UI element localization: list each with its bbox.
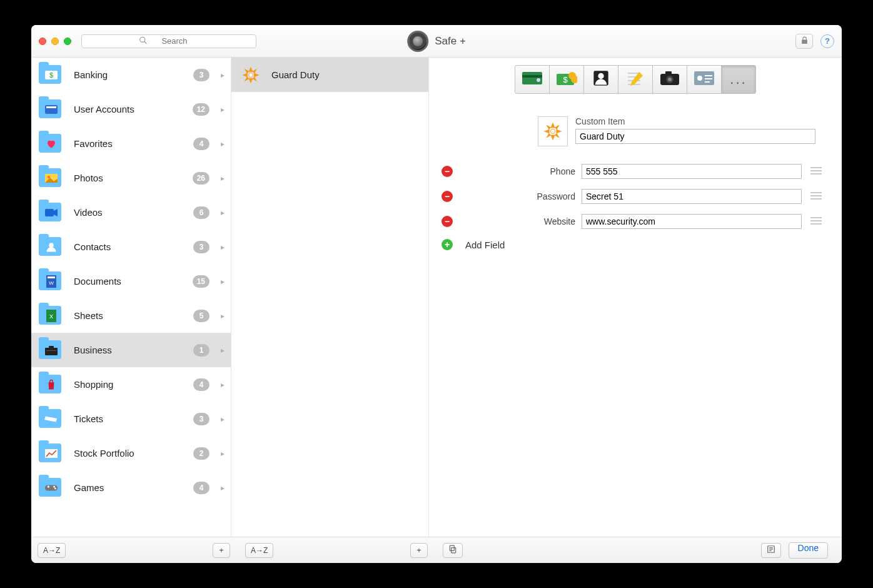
- sidebar-item-user-accounts[interactable]: User Accounts12▸: [31, 92, 231, 126]
- sidebar-item-videos[interactable]: Videos6▸: [31, 195, 231, 230]
- form-button[interactable]: [761, 543, 781, 558]
- folder-icon: X: [38, 305, 65, 327]
- type-contact-button[interactable]: [583, 65, 618, 94]
- type-photo-button[interactable]: [652, 65, 687, 94]
- field-label[interactable]: Password: [459, 191, 575, 201]
- item-header: Custom Item: [538, 116, 830, 146]
- sidebar-item-tickets[interactable]: Tickets3▸: [31, 402, 231, 436]
- sidebar-item-shopping[interactable]: Shopping4▸: [31, 367, 231, 402]
- sidebar-item-sheets[interactable]: XSheets5▸: [31, 298, 231, 333]
- add-field-row[interactable]: + Add Field: [440, 239, 830, 250]
- svg-point-7: [48, 176, 50, 178]
- chevron-right-icon: ▸: [221, 380, 225, 389]
- type-id-card-button[interactable]: [687, 65, 722, 94]
- sidebar-item-banking[interactable]: $Banking3▸: [31, 58, 231, 92]
- svg-rect-8: [45, 209, 54, 216]
- drag-handle-icon[interactable]: [810, 192, 822, 201]
- item-icon[interactable]: [538, 116, 568, 146]
- sidebar-item-documents[interactable]: WDocuments15▸: [31, 264, 231, 298]
- field-value-input[interactable]: [582, 189, 802, 204]
- sidebar-item-contacts[interactable]: Contacts3▸: [31, 230, 231, 264]
- search-input[interactable]: [81, 34, 256, 48]
- main-body: $Banking3▸User Accounts12▸Favorites4▸Pho…: [31, 58, 842, 537]
- itemlist-sort-button[interactable]: A→Z: [245, 543, 273, 558]
- chevron-right-icon: ▸: [221, 105, 225, 114]
- sidebar-item-count: 2: [193, 447, 209, 460]
- chevron-right-icon: ▸: [221, 243, 225, 251]
- lock-icon: [800, 36, 809, 47]
- sidebar-sort-button[interactable]: A→Z: [38, 543, 66, 558]
- drag-handle-icon[interactable]: [810, 167, 822, 176]
- svg-rect-16: [49, 346, 54, 348]
- chevron-right-icon: ▸: [221, 174, 225, 183]
- sidebar-add-button[interactable]: +: [213, 543, 230, 558]
- sidebar-item-label: Videos: [74, 207, 184, 218]
- folder-icon: W: [38, 270, 65, 293]
- svg-rect-37: [665, 71, 672, 74]
- form-icon: [767, 545, 775, 555]
- remove-field-button[interactable]: −: [442, 166, 453, 177]
- svg-point-20: [53, 485, 55, 487]
- folder-icon: [38, 408, 65, 430]
- folder-icon: [38, 442, 65, 465]
- type-cash-button[interactable]: $: [549, 65, 584, 94]
- field-row-password: −Password: [440, 189, 830, 204]
- folder-icon: $: [38, 64, 65, 86]
- sidebar-item-count: 4: [193, 378, 209, 391]
- sidebar-item-games[interactable]: Games4▸: [31, 470, 231, 505]
- photo-icon: [660, 71, 680, 89]
- lock-button[interactable]: [795, 34, 813, 49]
- folder-icon: [38, 477, 65, 499]
- sidebar-item-label: Contacts: [74, 241, 184, 252]
- remove-field-button[interactable]: −: [442, 191, 453, 202]
- itemlist-add-button[interactable]: +: [410, 543, 428, 558]
- done-button[interactable]: Done: [789, 542, 828, 559]
- chevron-right-icon: ▸: [221, 71, 225, 79]
- sidebar-item-business[interactable]: Business1▸: [31, 333, 231, 367]
- type-note-button[interactable]: [618, 65, 653, 94]
- field-value-input[interactable]: [582, 164, 802, 179]
- id-card-icon: [694, 71, 715, 89]
- titlebar: Safe + ?: [31, 25, 842, 58]
- close-window-button[interactable]: [39, 38, 46, 45]
- sidebar-item-label: Stock Portfolio: [74, 448, 184, 459]
- cash-icon: $: [556, 71, 577, 89]
- item-name-input[interactable]: [575, 129, 815, 144]
- help-button[interactable]: ?: [820, 34, 834, 48]
- sidebar-item-label: Favorites: [74, 138, 184, 149]
- sidebar-item-count: 3: [193, 413, 209, 425]
- chevron-right-icon: ▸: [221, 346, 225, 355]
- sidebar-item-count: 12: [193, 103, 209, 116]
- sidebar-item-label: Shopping: [74, 379, 184, 390]
- minimize-window-button[interactable]: [51, 38, 59, 45]
- sidebar-item-count: 15: [193, 275, 209, 288]
- zoom-window-button[interactable]: [64, 38, 71, 45]
- copy-button[interactable]: [443, 543, 463, 558]
- svg-point-45: [550, 129, 555, 133]
- field-label[interactable]: Website: [459, 216, 575, 226]
- contact-icon: [592, 69, 610, 90]
- sidebar-item-favorites[interactable]: Favorites4▸: [31, 126, 231, 161]
- sidebar-item-count: 4: [193, 482, 209, 494]
- field-value-input[interactable]: [582, 214, 802, 229]
- folder-icon: [38, 236, 65, 258]
- traffic-lights: [39, 38, 71, 45]
- svg-point-9: [49, 243, 54, 248]
- sidebar-item-count: 3: [193, 241, 209, 253]
- field-label[interactable]: Phone: [459, 166, 575, 176]
- type-more-button[interactable]: ...: [721, 65, 756, 94]
- item-type-toolbar: $...: [440, 65, 830, 94]
- sidebar-item-photos[interactable]: Photos26▸: [31, 161, 231, 195]
- more-icon: ...: [730, 71, 747, 88]
- drag-handle-icon[interactable]: [810, 217, 822, 226]
- svg-rect-11: [48, 276, 55, 278]
- chevron-right-icon: ▸: [221, 415, 225, 423]
- item-row-guard-duty[interactable]: Guard Duty: [231, 58, 428, 92]
- type-credit-card-button[interactable]: [515, 65, 550, 94]
- sidebar-item-label: Tickets: [74, 413, 184, 424]
- app-window: Safe + ? $Banking3▸User Accounts12▸Favor…: [31, 25, 842, 563]
- chevron-right-icon: ▸: [221, 449, 225, 458]
- remove-field-button[interactable]: −: [442, 216, 453, 227]
- sidebar-item-stock-portfolio[interactable]: Stock Portfolio2▸: [31, 436, 231, 470]
- sidebar-item-count: 1: [193, 344, 209, 357]
